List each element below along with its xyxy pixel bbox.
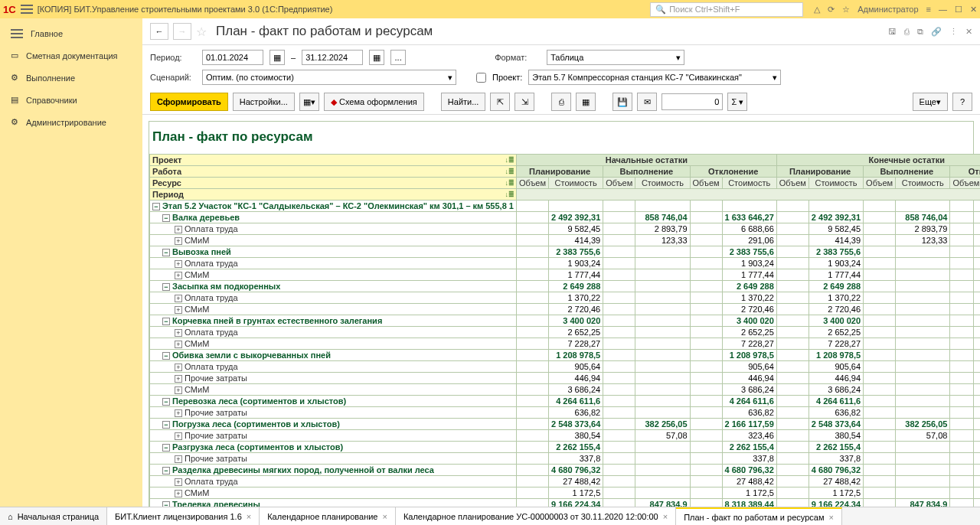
tree-toggle[interactable]: + [175, 409, 182, 417]
tree-toggle[interactable]: − [152, 203, 160, 210]
tree-toggle[interactable]: + [175, 455, 182, 463]
tab[interactable]: БИТ.Клиент лицензирования 1.6 × [107, 507, 260, 525]
tab-close-icon[interactable]: × [247, 512, 251, 521]
sidebar-item-refs[interactable]: ▤Справочники [0, 89, 142, 111]
expand-button[interactable]: ⇱ [490, 93, 510, 111]
tree-toggle[interactable]: − [162, 467, 170, 474]
scenario-select[interactable]: Оптим. (по стоимости)▾ [202, 70, 456, 85]
tree-toggle[interactable]: + [175, 306, 182, 314]
maximize-icon[interactable]: ☐ [955, 5, 962, 15]
history-icon[interactable]: ⟳ [828, 5, 835, 15]
tree-toggle[interactable]: − [162, 318, 170, 325]
cell [516, 212, 548, 223]
hamburger-icon[interactable] [21, 5, 33, 14]
report-title: План - факт по ресурсам [149, 122, 973, 154]
link-icon[interactable]: 🔗 [931, 27, 942, 37]
more-icon[interactable]: ⋮ [949, 27, 958, 37]
calendar-to-button[interactable]: ▦ [369, 50, 384, 65]
find-button[interactable]: Найти... [441, 93, 486, 111]
close-window-icon[interactable]: ✕ [970, 5, 977, 15]
tree-toggle[interactable]: + [175, 375, 182, 383]
sum-button[interactable]: Σ ▾ [727, 93, 747, 111]
nav-back-button[interactable]: ← [150, 23, 168, 40]
sidebar-item-admin[interactable]: ⚙Администрирование [0, 111, 142, 133]
tree-toggle[interactable]: − [162, 501, 170, 507]
star-icon[interactable]: ☆ [842, 5, 850, 15]
row-label: Корчевка пней в грунтах естественного за… [172, 316, 382, 325]
scheme-button[interactable]: ◆ Схема оформления [324, 93, 424, 111]
sum-input[interactable] [662, 93, 723, 110]
date-from-input[interactable]: 01.01.2024 [202, 50, 263, 65]
user-label[interactable]: Администратор [858, 5, 918, 14]
tree-toggle[interactable]: + [175, 295, 182, 302]
cell: 847 834,9 [635, 499, 690, 507]
save-icon[interactable]: 🖫 [888, 27, 897, 37]
tree-toggle[interactable]: − [162, 214, 170, 222]
period-picker-button[interactable]: ... [390, 50, 406, 65]
calendar-from-button[interactable]: ▦ [270, 50, 285, 65]
row-label: Оплата труда [185, 224, 238, 233]
tab[interactable]: План - факт по работам и ресурсам × [676, 507, 842, 525]
close-page-icon[interactable]: ✕ [965, 27, 972, 37]
copy-icon[interactable]: ⧉ [917, 27, 923, 37]
sidebar-item-execution[interactable]: ⚙Выполнение [0, 67, 142, 89]
tree-toggle[interactable]: + [175, 226, 182, 233]
tree-toggle[interactable]: + [175, 432, 182, 440]
tree-toggle[interactable]: − [162, 352, 170, 360]
tree-toggle[interactable]: − [162, 249, 170, 256]
tree-toggle[interactable]: − [162, 444, 170, 452]
tree-toggle[interactable]: + [175, 341, 182, 348]
collapse-button[interactable]: ⇲ [514, 93, 534, 111]
settings-button[interactable]: Настройки... [233, 93, 295, 111]
nav-forward-button[interactable]: → [173, 23, 191, 40]
tree-toggle[interactable]: + [175, 490, 182, 497]
tree-toggle[interactable]: + [175, 478, 182, 486]
cell: 2 383 755,6 [549, 246, 603, 258]
date-to-input[interactable]: 31.12.2024 [302, 50, 363, 65]
format-select[interactable]: Таблица▾ [547, 50, 684, 65]
tree-toggle[interactable]: + [175, 260, 182, 268]
tree-toggle[interactable]: − [162, 421, 170, 429]
sidebar-item-docs[interactable]: ▭Сметная документация [0, 44, 142, 67]
project-select[interactable]: Этап 5.7 Компрессорная станция КС-7 "Сив… [528, 70, 781, 85]
tree-toggle[interactable]: + [175, 272, 182, 279]
tree-toggle[interactable]: + [175, 237, 182, 245]
menu-dots-icon[interactable]: ≡ [926, 5, 931, 14]
cell: 1 172,5 [808, 488, 863, 499]
cell [864, 338, 896, 350]
tab-close-icon[interactable]: × [663, 512, 668, 521]
cell [864, 304, 896, 315]
home-tab[interactable]: ⌂Начальная страница [0, 507, 107, 525]
cell: 4 264 611,6 [808, 396, 863, 407]
minimize-icon[interactable]: — [939, 5, 947, 14]
tree-toggle[interactable]: − [162, 283, 170, 291]
global-search[interactable]: 🔍 Поиск Ctrl+Shift+F [650, 2, 803, 17]
bell-icon[interactable]: △ [814, 5, 820, 15]
mail-button[interactable]: ✉ [637, 93, 657, 111]
print-icon[interactable]: ⎙ [904, 27, 910, 37]
variants-button[interactable]: ▦▾ [299, 93, 319, 111]
print2-button[interactable]: ⎙ [551, 93, 571, 111]
export-button[interactable]: ▦ [576, 93, 596, 111]
tree-toggle[interactable]: + [175, 386, 182, 394]
save2-button[interactable]: 💾 [612, 93, 632, 111]
tab[interactable]: Календарное планирование УС-00000003 от … [396, 507, 676, 525]
generate-button[interactable]: Сформировать [150, 93, 228, 111]
cell [635, 407, 690, 419]
tree-toggle[interactable]: + [175, 364, 182, 371]
tab[interactable]: Календарное планирование × [260, 507, 396, 525]
sidebar-item-main[interactable]: Главное [0, 23, 142, 44]
help-button[interactable]: ? [952, 93, 972, 111]
project-checkbox[interactable] [476, 73, 486, 83]
tree-toggle[interactable]: + [175, 329, 182, 337]
tree-toggle[interactable]: − [162, 398, 170, 406]
cell: 1 903,24 [722, 258, 776, 269]
sidebar-label: Сметная документация [26, 51, 118, 60]
more-button[interactable]: Еще ▾ [913, 93, 948, 111]
sidebar-label: Администрирование [26, 118, 106, 127]
favorite-star-icon[interactable]: ☆ [196, 24, 207, 39]
cell [950, 246, 980, 258]
tab-close-icon[interactable]: × [382, 512, 387, 521]
tab-close-icon[interactable]: × [828, 513, 833, 522]
cell [896, 488, 950, 499]
